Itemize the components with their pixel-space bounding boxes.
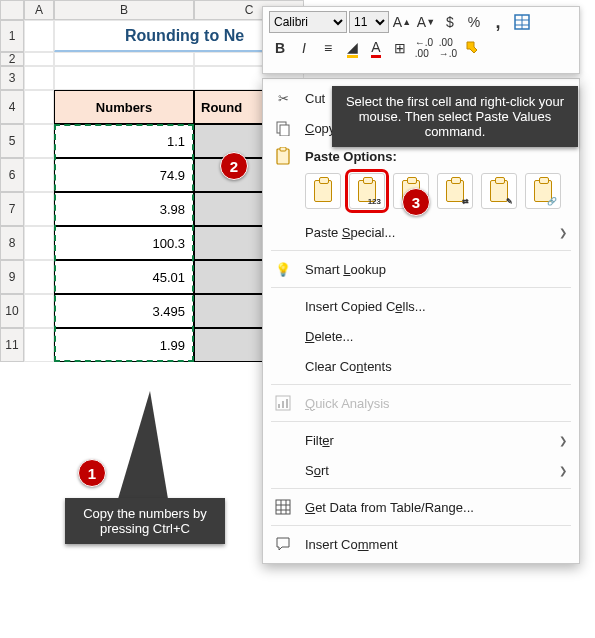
row-header-1[interactable]: 1 — [0, 20, 24, 52]
bold-button[interactable]: B — [269, 37, 291, 59]
header-numbers[interactable]: Numbers — [54, 90, 194, 124]
paintbrush-icon — [464, 40, 480, 56]
row-header-4[interactable]: 4 — [0, 90, 24, 124]
ctx-filter[interactable]: Filter ❯ — [263, 425, 579, 455]
cell-B7[interactable]: 3.98 — [54, 192, 194, 226]
step-badge-2: 2 — [220, 152, 248, 180]
scissors-icon: ✂ — [273, 91, 293, 106]
ctx-paste-special[interactable]: Paste Special... ❯ — [263, 217, 579, 247]
increase-decimal-button[interactable]: ←.0.00 — [413, 37, 435, 59]
row-header-7[interactable]: 7 — [0, 192, 24, 226]
mini-toolbar: Calibri 11 A▲ A▼ $ % , B I ≡ ◢ A ⊞ ←.0.0… — [262, 6, 580, 74]
select-all-corner[interactable] — [0, 0, 24, 20]
row-header-11[interactable]: 11 — [0, 328, 24, 362]
cell-B6[interactable]: 74.9 — [54, 158, 194, 192]
paste-formatting-button[interactable]: ✎ — [481, 173, 517, 209]
comma-button[interactable]: , — [487, 11, 509, 33]
font-color-button[interactable]: A — [365, 37, 387, 59]
paste-values-button[interactable]: 123 — [349, 173, 385, 209]
comment-icon — [273, 536, 293, 552]
table-icon — [514, 14, 530, 30]
border-button[interactable]: ⊞ — [389, 37, 411, 59]
svg-rect-9 — [278, 404, 280, 408]
cell-A11[interactable] — [24, 328, 54, 362]
table-format-button[interactable] — [511, 11, 533, 33]
ctx-smart-lookup[interactable]: 💡 Smart Lookup — [263, 254, 579, 284]
callout-copy-instruction: Copy the numbers by pressing Ctrl+C — [65, 498, 225, 544]
col-header-B[interactable]: B — [54, 0, 194, 20]
separator — [271, 384, 571, 385]
cell-B3[interactable] — [54, 66, 194, 90]
quick-analysis-icon — [273, 395, 293, 411]
cell-A5[interactable] — [24, 124, 54, 158]
ctx-insert-comment[interactable]: Insert Comment — [263, 529, 579, 559]
row-header-5[interactable]: 5 — [0, 124, 24, 158]
cell-A10[interactable] — [24, 294, 54, 328]
shrink-font-button[interactable]: A▼ — [415, 11, 437, 33]
currency-button[interactable]: $ — [439, 11, 461, 33]
cell-B2[interactable] — [54, 52, 194, 66]
callout-paste-instruction: Select the first cell and right-click yo… — [332, 86, 578, 147]
row-header-6[interactable]: 6 — [0, 158, 24, 192]
paste-link-button[interactable]: 🔗 — [525, 173, 561, 209]
row-header-2[interactable]: 2 — [0, 52, 24, 66]
cell-A1[interactable] — [24, 20, 54, 52]
italic-button[interactable]: I — [293, 37, 315, 59]
ctx-delete[interactable]: Delete... — [263, 321, 579, 351]
chevron-right-icon: ❯ — [559, 227, 567, 238]
step-badge-1: 1 — [78, 459, 106, 487]
cell-A4[interactable] — [24, 90, 54, 124]
svg-rect-11 — [286, 399, 288, 408]
col-header-A[interactable]: A — [24, 0, 54, 20]
row-header-8[interactable]: 8 — [0, 226, 24, 260]
separator — [271, 250, 571, 251]
ctx-insert-cells[interactable]: Insert Copied Cells... — [263, 291, 579, 321]
svg-rect-5 — [280, 125, 289, 136]
cell-A3[interactable] — [24, 66, 54, 90]
fill-color-button[interactable]: ◢ — [341, 37, 363, 59]
ctx-clear-contents[interactable]: Clear Contents — [263, 351, 579, 381]
separator — [271, 488, 571, 489]
cell-B10[interactable]: 3.495 — [54, 294, 194, 328]
cell-A2[interactable] — [24, 52, 54, 66]
paste-normal-button[interactable] — [305, 173, 341, 209]
font-select[interactable]: Calibri — [269, 11, 347, 33]
align-button[interactable]: ≡ — [317, 37, 339, 59]
cell-B11[interactable]: 1.99 — [54, 328, 194, 362]
cell-A8[interactable] — [24, 226, 54, 260]
cell-A9[interactable] — [24, 260, 54, 294]
cell-A6[interactable] — [24, 158, 54, 192]
format-painter-button[interactable] — [461, 37, 483, 59]
chevron-right-icon: ❯ — [559, 435, 567, 446]
row-headers: 1 2 3 4 5 6 7 8 9 10 11 — [0, 20, 24, 362]
cell-B8[interactable]: 100.3 — [54, 226, 194, 260]
separator — [271, 287, 571, 288]
cell-B5[interactable]: 1.1 — [54, 124, 194, 158]
cell-A7[interactable] — [24, 192, 54, 226]
row-header-10[interactable]: 10 — [0, 294, 24, 328]
ctx-sort[interactable]: Sort ❯ — [263, 455, 579, 485]
separator — [271, 525, 571, 526]
clipboard-icon — [273, 147, 293, 165]
table-icon — [273, 499, 293, 515]
row-header-9[interactable]: 9 — [0, 260, 24, 294]
grow-font-button[interactable]: A▲ — [391, 11, 413, 33]
separator — [271, 421, 571, 422]
copy-icon — [273, 120, 293, 136]
ctx-quick-analysis: Quick Analysis — [263, 388, 579, 418]
font-size-select[interactable]: 11 — [349, 11, 389, 33]
chevron-right-icon: ❯ — [559, 465, 567, 476]
svg-rect-10 — [282, 401, 284, 408]
svg-rect-7 — [280, 147, 286, 151]
svg-rect-12 — [276, 500, 290, 514]
percent-button[interactable]: % — [463, 11, 485, 33]
decrease-decimal-button[interactable]: .00→.0 — [437, 37, 459, 59]
context-menu: ✂ Cut Copy Paste Options: 123 fx ⇄ ✎ 🔗 P… — [262, 78, 580, 564]
ctx-get-data[interactable]: Get Data from Table/Range... — [263, 492, 579, 522]
column-headers: A B C — [0, 0, 304, 20]
step-badge-3: 3 — [402, 188, 430, 216]
row-header-3[interactable]: 3 — [0, 66, 24, 90]
paste-transpose-button[interactable]: ⇄ — [437, 173, 473, 209]
callout-arrow-1 — [118, 391, 168, 499]
cell-B9[interactable]: 45.01 — [54, 260, 194, 294]
